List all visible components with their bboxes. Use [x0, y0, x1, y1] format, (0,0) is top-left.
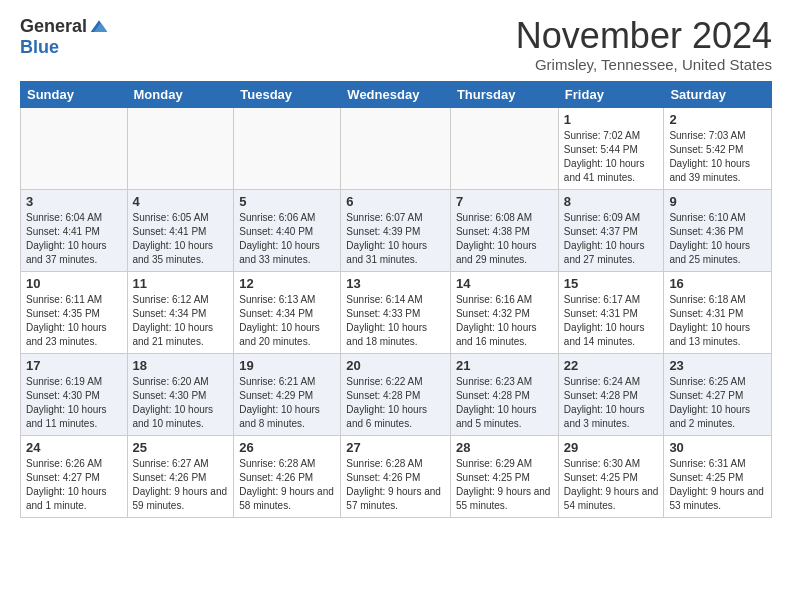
day-info: Sunrise: 6:11 AM Sunset: 4:35 PM Dayligh… — [26, 293, 122, 349]
calendar-day-cell: 7Sunrise: 6:08 AM Sunset: 4:38 PM Daylig… — [450, 189, 558, 271]
day-number: 2 — [669, 112, 766, 127]
day-info: Sunrise: 6:07 AM Sunset: 4:39 PM Dayligh… — [346, 211, 445, 267]
day-info: Sunrise: 6:10 AM Sunset: 4:36 PM Dayligh… — [669, 211, 766, 267]
day-info: Sunrise: 6:28 AM Sunset: 4:26 PM Dayligh… — [346, 457, 445, 513]
calendar-day-cell: 5Sunrise: 6:06 AM Sunset: 4:40 PM Daylig… — [234, 189, 341, 271]
day-number: 26 — [239, 440, 335, 455]
day-info: Sunrise: 7:02 AM Sunset: 5:44 PM Dayligh… — [564, 129, 659, 185]
day-number: 25 — [133, 440, 229, 455]
logo-blue-text: Blue — [20, 37, 59, 57]
day-number: 11 — [133, 276, 229, 291]
day-info: Sunrise: 6:22 AM Sunset: 4:28 PM Dayligh… — [346, 375, 445, 431]
calendar-week-row: 17Sunrise: 6:19 AM Sunset: 4:30 PM Dayli… — [21, 353, 772, 435]
day-number: 4 — [133, 194, 229, 209]
day-number: 27 — [346, 440, 445, 455]
calendar-day-cell: 2Sunrise: 7:03 AM Sunset: 5:42 PM Daylig… — [664, 107, 772, 189]
day-number: 7 — [456, 194, 553, 209]
day-info: Sunrise: 6:21 AM Sunset: 4:29 PM Dayligh… — [239, 375, 335, 431]
weekday-header: Wednesday — [341, 81, 451, 107]
calendar-day-cell — [234, 107, 341, 189]
weekday-header: Saturday — [664, 81, 772, 107]
page-container: General Blue November 2024 Grimsley, Ten… — [0, 0, 792, 528]
calendar-day-cell: 22Sunrise: 6:24 AM Sunset: 4:28 PM Dayli… — [558, 353, 664, 435]
title-block: November 2024 Grimsley, Tennessee, Unite… — [516, 16, 772, 73]
calendar-day-cell: 16Sunrise: 6:18 AM Sunset: 4:31 PM Dayli… — [664, 271, 772, 353]
calendar-week-row: 24Sunrise: 6:26 AM Sunset: 4:27 PM Dayli… — [21, 435, 772, 517]
day-number: 16 — [669, 276, 766, 291]
day-number: 12 — [239, 276, 335, 291]
calendar-day-cell: 1Sunrise: 7:02 AM Sunset: 5:44 PM Daylig… — [558, 107, 664, 189]
calendar-day-cell: 29Sunrise: 6:30 AM Sunset: 4:25 PM Dayli… — [558, 435, 664, 517]
calendar-day-cell — [21, 107, 128, 189]
day-info: Sunrise: 6:28 AM Sunset: 4:26 PM Dayligh… — [239, 457, 335, 513]
calendar-day-cell: 11Sunrise: 6:12 AM Sunset: 4:34 PM Dayli… — [127, 271, 234, 353]
day-number: 23 — [669, 358, 766, 373]
calendar-day-cell: 27Sunrise: 6:28 AM Sunset: 4:26 PM Dayli… — [341, 435, 451, 517]
calendar-day-cell: 17Sunrise: 6:19 AM Sunset: 4:30 PM Dayli… — [21, 353, 128, 435]
location-text: Grimsley, Tennessee, United States — [516, 56, 772, 73]
day-number: 8 — [564, 194, 659, 209]
day-info: Sunrise: 6:25 AM Sunset: 4:27 PM Dayligh… — [669, 375, 766, 431]
calendar-day-cell: 12Sunrise: 6:13 AM Sunset: 4:34 PM Dayli… — [234, 271, 341, 353]
calendar-day-cell: 15Sunrise: 6:17 AM Sunset: 4:31 PM Dayli… — [558, 271, 664, 353]
day-number: 18 — [133, 358, 229, 373]
calendar-day-cell: 19Sunrise: 6:21 AM Sunset: 4:29 PM Dayli… — [234, 353, 341, 435]
calendar-week-row: 1Sunrise: 7:02 AM Sunset: 5:44 PM Daylig… — [21, 107, 772, 189]
day-number: 15 — [564, 276, 659, 291]
calendar-day-cell: 21Sunrise: 6:23 AM Sunset: 4:28 PM Dayli… — [450, 353, 558, 435]
day-number: 9 — [669, 194, 766, 209]
day-number: 21 — [456, 358, 553, 373]
calendar-day-cell — [450, 107, 558, 189]
weekday-header: Sunday — [21, 81, 128, 107]
day-info: Sunrise: 6:17 AM Sunset: 4:31 PM Dayligh… — [564, 293, 659, 349]
day-info: Sunrise: 6:30 AM Sunset: 4:25 PM Dayligh… — [564, 457, 659, 513]
day-info: Sunrise: 6:13 AM Sunset: 4:34 PM Dayligh… — [239, 293, 335, 349]
day-info: Sunrise: 6:06 AM Sunset: 4:40 PM Dayligh… — [239, 211, 335, 267]
calendar-day-cell: 3Sunrise: 6:04 AM Sunset: 4:41 PM Daylig… — [21, 189, 128, 271]
calendar-day-cell: 4Sunrise: 6:05 AM Sunset: 4:41 PM Daylig… — [127, 189, 234, 271]
day-info: Sunrise: 6:09 AM Sunset: 4:37 PM Dayligh… — [564, 211, 659, 267]
calendar-day-cell: 13Sunrise: 6:14 AM Sunset: 4:33 PM Dayli… — [341, 271, 451, 353]
day-number: 20 — [346, 358, 445, 373]
calendar-day-cell: 26Sunrise: 6:28 AM Sunset: 4:26 PM Dayli… — [234, 435, 341, 517]
calendar-week-row: 3Sunrise: 6:04 AM Sunset: 4:41 PM Daylig… — [21, 189, 772, 271]
day-number: 30 — [669, 440, 766, 455]
calendar-day-cell — [341, 107, 451, 189]
weekday-header: Tuesday — [234, 81, 341, 107]
day-info: Sunrise: 6:26 AM Sunset: 4:27 PM Dayligh… — [26, 457, 122, 513]
calendar-day-cell: 6Sunrise: 6:07 AM Sunset: 4:39 PM Daylig… — [341, 189, 451, 271]
day-number: 10 — [26, 276, 122, 291]
calendar-day-cell: 9Sunrise: 6:10 AM Sunset: 4:36 PM Daylig… — [664, 189, 772, 271]
day-number: 22 — [564, 358, 659, 373]
day-number: 28 — [456, 440, 553, 455]
day-info: Sunrise: 7:03 AM Sunset: 5:42 PM Dayligh… — [669, 129, 766, 185]
calendar-header-row: SundayMondayTuesdayWednesdayThursdayFrid… — [21, 81, 772, 107]
day-number: 1 — [564, 112, 659, 127]
calendar-day-cell — [127, 107, 234, 189]
day-number: 13 — [346, 276, 445, 291]
day-info: Sunrise: 6:16 AM Sunset: 4:32 PM Dayligh… — [456, 293, 553, 349]
day-info: Sunrise: 6:04 AM Sunset: 4:41 PM Dayligh… — [26, 211, 122, 267]
calendar-table: SundayMondayTuesdayWednesdayThursdayFrid… — [20, 81, 772, 518]
calendar-day-cell: 20Sunrise: 6:22 AM Sunset: 4:28 PM Dayli… — [341, 353, 451, 435]
weekday-header: Monday — [127, 81, 234, 107]
page-header: General Blue November 2024 Grimsley, Ten… — [20, 16, 772, 73]
calendar-day-cell: 14Sunrise: 6:16 AM Sunset: 4:32 PM Dayli… — [450, 271, 558, 353]
weekday-header: Friday — [558, 81, 664, 107]
day-info: Sunrise: 6:18 AM Sunset: 4:31 PM Dayligh… — [669, 293, 766, 349]
day-number: 17 — [26, 358, 122, 373]
calendar-day-cell: 30Sunrise: 6:31 AM Sunset: 4:25 PM Dayli… — [664, 435, 772, 517]
day-info: Sunrise: 6:08 AM Sunset: 4:38 PM Dayligh… — [456, 211, 553, 267]
day-number: 29 — [564, 440, 659, 455]
weekday-header: Thursday — [450, 81, 558, 107]
logo: General Blue — [20, 16, 109, 58]
day-info: Sunrise: 6:31 AM Sunset: 4:25 PM Dayligh… — [669, 457, 766, 513]
day-number: 6 — [346, 194, 445, 209]
calendar-day-cell: 8Sunrise: 6:09 AM Sunset: 4:37 PM Daylig… — [558, 189, 664, 271]
day-number: 3 — [26, 194, 122, 209]
calendar-day-cell: 25Sunrise: 6:27 AM Sunset: 4:26 PM Dayli… — [127, 435, 234, 517]
day-info: Sunrise: 6:29 AM Sunset: 4:25 PM Dayligh… — [456, 457, 553, 513]
calendar-day-cell: 24Sunrise: 6:26 AM Sunset: 4:27 PM Dayli… — [21, 435, 128, 517]
day-number: 24 — [26, 440, 122, 455]
month-title: November 2024 — [516, 16, 772, 56]
